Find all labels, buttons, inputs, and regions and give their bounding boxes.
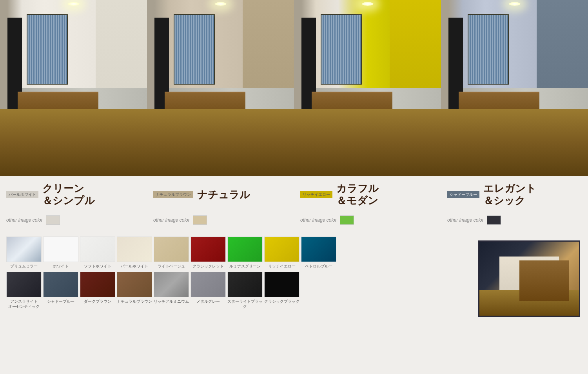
swatch-color-anthracite[interactable]: [6, 272, 42, 297]
swatch-color-soft-white[interactable]: [80, 237, 115, 262]
swatch-item-classic-red: クラシックレッド: [191, 237, 226, 269]
swatch-color-rich-yellow[interactable]: [264, 237, 299, 262]
swatch-color-light-beige[interactable]: [154, 237, 189, 262]
window-1: [27, 14, 68, 85]
other-color-row: other image color other image color othe…: [0, 211, 588, 230]
image-row: [0, 0, 588, 176]
other-color-label-3: other image color: [300, 217, 337, 223]
other-color-swatch-1[interactable]: [46, 215, 60, 225]
style-name-1: クリーン ＆シンプル: [42, 182, 95, 207]
swatch-color-luminous-green[interactable]: [227, 237, 263, 262]
swatch-label-premium-mirror: プリュムミラー: [10, 264, 38, 269]
color-badge-3: リッチイエロー: [300, 191, 332, 198]
swatch-color-starlight-black[interactable]: [227, 272, 263, 297]
swatch-item-luminous-green: ルミナスグリーン: [227, 237, 263, 269]
swatch-item-soft-white: ソフトホワイト: [80, 237, 115, 269]
image-panel-3[interactable]: [294, 0, 441, 176]
room-scene-2: [147, 0, 294, 176]
room-scene-4: [441, 0, 588, 176]
other-color-label-1: other image color: [6, 217, 43, 223]
room-scene-3: [294, 0, 441, 176]
swatch-item-white: ホワイト: [43, 237, 78, 269]
swatch-label-metal-grey: メタルグレー: [196, 299, 220, 304]
swatch-item-metal-grey: メタルグレー: [191, 272, 226, 309]
swatch-color-premium-mirror[interactable]: [6, 237, 42, 262]
light-4: [509, 2, 521, 6]
swatch-label-rich-aluminum: リッチアルミニウム: [154, 299, 189, 304]
swatch-color-shadow-blue[interactable]: [43, 272, 78, 297]
style-name-3: カラフル ＆モダン: [336, 182, 379, 207]
other-color-swatch-2[interactable]: [193, 215, 207, 225]
other-color-panel-3: other image color: [294, 215, 441, 225]
other-color-swatch-3[interactable]: [340, 215, 354, 225]
swatch-row-2: アンスラサイト オーセンティック シャドーブルー ダークブラウン ナチュラルブラ…: [6, 272, 472, 309]
other-color-swatch-4[interactable]: [487, 215, 501, 225]
swatch-item-pearl-white: パールホワイト: [117, 237, 152, 269]
label-panel-1: パールホワイト クリーン ＆シンプル: [0, 181, 147, 208]
other-color-label-2: other image color: [153, 217, 190, 223]
other-color-panel-1: other image color: [0, 215, 147, 225]
swatch-label-anthracite: アンスラサイト オーセンティック: [8, 299, 40, 309]
swatch-item-shadow-blue: シャドーブルー: [43, 272, 78, 309]
swatch-label-classic-red: クラシックレッド: [192, 264, 224, 269]
swatch-label-white: ホワイト: [53, 264, 69, 269]
swatch-label-luminous-green: ルミナスグリーン: [229, 264, 261, 269]
labels-row: パールホワイト クリーン ＆シンプル ナチュラルブラウン ナチュラル リッチイエ…: [0, 176, 588, 211]
label-panel-2: ナチュラルブラウン ナチュラル: [147, 181, 294, 208]
image-panel-2[interactable]: [147, 0, 294, 176]
swatch-label-light-beige: ライトベージュ: [158, 264, 185, 269]
swatch-label-petrol-blue: ペトロルブルー: [305, 264, 332, 269]
swatch-color-classic-red[interactable]: [191, 237, 226, 262]
swatch-item-rich-aluminum: リッチアルミニウム: [154, 272, 189, 309]
swatch-color-dark-brown[interactable]: [80, 272, 115, 297]
color-badge-4: シャドーブルー: [447, 191, 479, 198]
swatch-label-pearl-white: パールホワイト: [121, 264, 148, 269]
swatch-item-starlight-black: スターライトブラック: [227, 272, 263, 309]
swatch-label-soft-white: ソフトホワイト: [84, 264, 111, 269]
swatch-item-classic-black: クラシックブラック: [264, 272, 299, 309]
swatch-label-classic-black: クラシックブラック: [264, 299, 299, 304]
swatch-item-premium-mirror: プリュムミラー: [6, 237, 42, 269]
image-panel-4[interactable]: [441, 0, 588, 176]
other-color-panel-2: other image color: [147, 215, 294, 225]
swatch-label-rich-yellow: リッチイエロー: [268, 264, 296, 269]
swatch-color-classic-black[interactable]: [264, 272, 299, 297]
swatch-color-white[interactable]: [43, 237, 78, 262]
swatch-color-metal-grey[interactable]: [191, 272, 226, 297]
color-badge-1: パールホワイト: [6, 191, 38, 198]
swatch-label-dark-brown: ダークブラウン: [84, 299, 111, 304]
swatch-item-rich-yellow: リッチイエロー: [264, 237, 299, 269]
window-3: [321, 14, 362, 85]
room-scene-1: [0, 0, 147, 176]
image-panel-1[interactable]: [0, 0, 147, 176]
color-badge-2: ナチュラルブラウン: [153, 191, 193, 198]
swatch-item-light-beige: ライトベージュ: [154, 237, 189, 269]
swatch-label-natural-brown: ナチュラルブラウン: [117, 299, 152, 304]
swatches-grid: プリュムミラー ホワイト ソフトホワイト パールホワイト ライトベージュ クラシ…: [0, 237, 478, 317]
style-name-4: エレガント ＆シック: [483, 182, 536, 207]
light-2: [215, 2, 227, 6]
swatch-item-petrol-blue: ペトロルブルー: [301, 237, 336, 269]
swatch-color-pearl-white[interactable]: [117, 237, 152, 262]
other-color-panel-4: other image color: [441, 215, 588, 225]
style-name-2: ナチュラル: [197, 189, 250, 201]
swatch-row-1: プリュムミラー ホワイト ソフトホワイト パールホワイト ライトベージュ クラシ…: [6, 237, 472, 269]
label-panel-4: シャドーブルー エレガント ＆シック: [441, 181, 588, 208]
preview-image[interactable]: [478, 240, 580, 317]
floor-1: [0, 109, 147, 176]
window-4: [468, 14, 509, 85]
label-panel-3: リッチイエロー カラフル ＆モダン: [294, 181, 441, 208]
swatch-item-natural-brown: ナチュラルブラウン: [117, 272, 152, 309]
floor-2: [147, 109, 294, 176]
swatch-label-shadow-blue: シャドーブルー: [47, 299, 74, 304]
floor-3: [294, 109, 441, 176]
swatches-section: プリュムミラー ホワイト ソフトホワイト パールホワイト ライトベージュ クラシ…: [0, 230, 588, 317]
swatch-item-dark-brown: ダークブラウン: [80, 272, 115, 309]
swatch-color-rich-aluminum[interactable]: [154, 272, 189, 297]
swatch-color-natural-brown[interactable]: [117, 272, 152, 297]
swatch-color-petrol-blue[interactable]: [301, 237, 336, 262]
window-2: [174, 14, 215, 85]
floor-4: [441, 109, 588, 176]
light-1: [68, 2, 80, 6]
swatch-item-anthracite: アンスラサイト オーセンティック: [6, 272, 42, 309]
